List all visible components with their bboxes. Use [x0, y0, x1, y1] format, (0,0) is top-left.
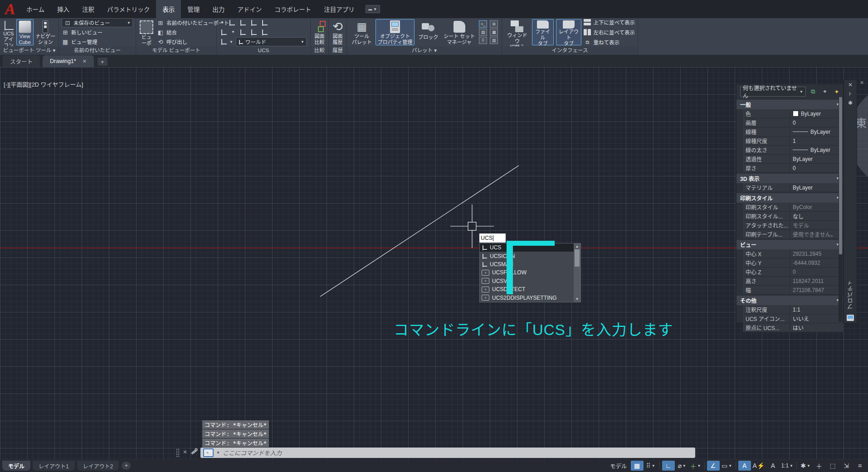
- ucs-origin-icon[interactable]: [239, 29, 246, 35]
- blocks-palette-button[interactable]: ブロック: [416, 19, 440, 45]
- selection-type-dropdown[interactable]: 何も選択されていません ▼: [740, 87, 806, 97]
- scroll-down-icon[interactable]: ▼: [575, 296, 579, 302]
- autocomplete-item-ucsdetect[interactable]: ≡ UCSDETECT: [480, 285, 574, 293]
- prop-row-transparency[interactable]: 透過性 ByLayer: [743, 155, 843, 164]
- reference-palette-icon[interactable]: ⧉: [490, 20, 498, 28]
- move-pan-icon[interactable]: ＋: [813, 461, 825, 471]
- ucs-named-icon[interactable]: [229, 19, 235, 26]
- command-line-close-icon[interactable]: ✕: [183, 449, 187, 455]
- autocomplete-item-ucsman[interactable]: UCSMAN: [480, 260, 574, 268]
- polar-tracking-icon[interactable]: ⌀▼: [676, 461, 688, 471]
- chevron-down-icon[interactable]: ▼: [216, 451, 220, 455]
- section-plot-style[interactable]: 印刷スタイル▼: [736, 193, 843, 203]
- workspace-gear-icon[interactable]: ✱▼: [799, 461, 812, 471]
- file-tab-start[interactable]: スタート: [3, 55, 40, 67]
- ucs-rotate-icon[interactable]: [220, 29, 227, 35]
- section-misc[interactable]: その他▼: [736, 296, 843, 305]
- menu-tab-view[interactable]: 表示: [156, 0, 181, 18]
- model-tab[interactable]: モデル: [2, 461, 30, 471]
- ucs-zaxis-icon[interactable]: [250, 29, 257, 35]
- command-line-grip-handle[interactable]: [176, 448, 180, 457]
- autocomplete-item-ucsicon[interactable]: UCSICON: [480, 252, 574, 260]
- ortho-mode-icon[interactable]: ∟: [662, 461, 675, 471]
- viewcube-east-label[interactable]: 東: [856, 114, 867, 130]
- object-snap-tracking-icon[interactable]: ∠: [707, 461, 720, 471]
- model-space-label[interactable]: モデル: [610, 462, 627, 470]
- autocomplete-item-ucsvp[interactable]: ≡ UCSVP: [480, 277, 574, 285]
- prop-row-linetype-scale[interactable]: 線種尺度 1: [743, 136, 843, 146]
- menu-tab-output[interactable]: 出力: [206, 0, 231, 18]
- section-view[interactable]: ビュー▼: [736, 240, 843, 249]
- prop-row-linetype[interactable]: 線種 ByLayer: [743, 127, 843, 136]
- autocomplete-item-ucsfollow[interactable]: ≡ UCSFOLLOW: [480, 268, 574, 277]
- palette-title[interactable]: プロパティ: [847, 280, 854, 309]
- panel-label-palettes[interactable]: パレット ▾: [347, 46, 502, 55]
- prop-row-plot-table-attached[interactable]: アタッチされた... モデル: [743, 221, 843, 230]
- quick-select-button[interactable]: ✦: [832, 88, 841, 96]
- menu-tab-featured-apps[interactable]: 注目アプリ: [317, 0, 361, 18]
- palette-settings-gear-icon[interactable]: ✱: [848, 100, 853, 109]
- menu-tab-home[interactable]: ホーム: [20, 0, 51, 18]
- ucs-icon-button[interactable]: UCS アイコン: [1, 19, 16, 45]
- view-cube-button[interactable]: View Cube: [16, 19, 34, 45]
- prop-row-plot-style[interactable]: 印刷スタイル ByColor: [743, 203, 843, 212]
- clipboard-palette-icon[interactable]: ▥: [490, 37, 498, 44]
- drawing-history-button[interactable]: ⟲ 図面 履歴: [332, 19, 343, 45]
- panel-label-viewport-tools[interactable]: ビューポート ツール ▾: [0, 46, 59, 55]
- prop-row-color[interactable]: 色 ByLayer: [743, 109, 843, 118]
- prop-row-lineweight[interactable]: 線の太さ ByLayer: [743, 146, 843, 155]
- ucs-previous-icon[interactable]: [239, 19, 246, 26]
- tile-vertically-button[interactable]: 左右に並べて表示: [584, 28, 635, 37]
- section-3d-display[interactable]: 3D 表示▼: [736, 174, 843, 183]
- tool-palettes-button[interactable]: ▦ ツール パレット: [350, 19, 374, 45]
- new-layout-button[interactable]: +: [122, 462, 131, 470]
- viewport-controls-label[interactable]: [-][平面図][2D ワイヤフレーム]: [4, 80, 83, 88]
- isometric-drafting-icon[interactable]: ＋▼: [689, 461, 702, 471]
- new-drawing-tab-button[interactable]: +: [98, 58, 107, 66]
- prop-row-thickness[interactable]: 厚さ 0: [743, 164, 843, 173]
- popup-scrollbar[interactable]: ▲ ▼: [574, 243, 580, 302]
- layout-tabs-toggle-button[interactable]: レイアウト タブ: [556, 19, 582, 45]
- prop-row-center-y[interactable]: 中心 Y -6444.0932: [743, 258, 843, 268]
- layer-palette-icon[interactable]: ▤: [479, 29, 487, 36]
- clean-screen-icon[interactable]: ⇲: [840, 461, 853, 471]
- prop-row-annotation-scale[interactable]: 注釈尺度 1:1: [743, 305, 843, 314]
- file-tabs-toggle-button[interactable]: ファイル タブ: [532, 19, 554, 45]
- command-line-input[interactable]: >_ ▼ ここにコマンドを入力: [200, 448, 695, 458]
- customization-menu-icon[interactable]: ≡: [853, 461, 866, 471]
- ucs-view-icon[interactable]: [220, 39, 227, 45]
- window-switch-button[interactable]: ウィンドウ 切替え: [505, 19, 530, 45]
- prop-row-layer[interactable]: 画層 0: [743, 118, 843, 127]
- toggle-pickadd-button[interactable]: ⧉: [809, 88, 818, 96]
- new-view-button[interactable]: ⊞ 新しいビュー: [62, 28, 133, 37]
- chevron-down-icon[interactable]: ▼: [229, 40, 233, 44]
- close-icon[interactable]: ✕: [83, 58, 87, 64]
- prop-row-material[interactable]: マテリアル ByLayer: [743, 183, 843, 192]
- view-manager-button[interactable]: ▦ ビュー管理: [62, 37, 133, 46]
- layout1-tab[interactable]: レイアウト1: [33, 461, 75, 471]
- count-palette-icon[interactable]: ⠿: [479, 37, 487, 44]
- calculator-palette-icon[interactable]: ▦: [490, 29, 498, 36]
- tile-horizontally-button[interactable]: 上下に並べて表示: [584, 18, 635, 27]
- prop-row-ucs-icon-origin[interactable]: 原点に UCS... はい: [743, 323, 843, 332]
- layout2-tab[interactable]: レイアウト2: [77, 461, 119, 471]
- object-snap-icon[interactable]: ▭▼: [721, 461, 733, 471]
- scrollbar-thumb[interactable]: [575, 249, 580, 267]
- ucs-world-small-icon[interactable]: [261, 19, 268, 26]
- annotation-scale-value[interactable]: 1:1▼: [780, 461, 794, 471]
- prop-row-width[interactable]: 幅 271106.7847: [743, 286, 843, 295]
- menu-tab-insert[interactable]: 挿入: [51, 0, 76, 18]
- viewport-configuration-button[interactable]: ビューポート 環境設定: [138, 19, 155, 45]
- autoscale-icon[interactable]: A⚡: [752, 461, 766, 471]
- annotation-scale-icon[interactable]: A: [766, 461, 779, 471]
- properties-palette-button[interactable]: オブジェクト プロパティ管理: [375, 19, 414, 45]
- ucs-3point-icon[interactable]: [261, 29, 268, 35]
- auto-hide-pin-icon[interactable]: ⊦: [849, 91, 852, 100]
- file-tab-drawing1[interactable]: Drawing1* ✕: [43, 55, 94, 67]
- menu-tab-parametric[interactable]: パラメトリック: [101, 0, 156, 18]
- ribbon-display-toggle-button[interactable]: ▬ ▼: [366, 5, 380, 13]
- sheet-set-manager-button[interactable]: シート セット マネージャ: [442, 19, 477, 45]
- ucs-object-icon[interactable]: [250, 19, 257, 26]
- annotation-visibility-icon[interactable]: A: [738, 461, 751, 471]
- ucs-world-dropdown[interactable]: ワールド ▼: [236, 37, 307, 46]
